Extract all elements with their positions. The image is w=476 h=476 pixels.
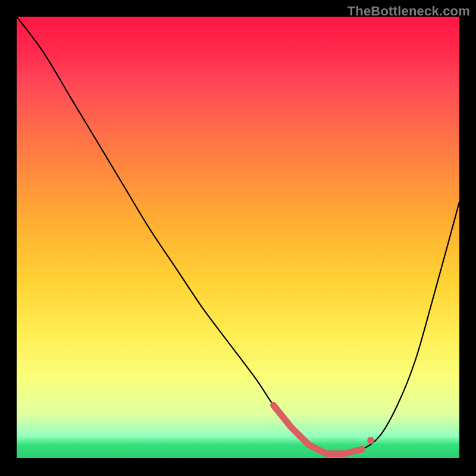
chart-frame: TheBottleneck.com [0, 0, 476, 476]
plot-area [17, 17, 459, 458]
bottleneck-curve [17, 17, 459, 455]
highlight-dot [367, 437, 374, 444]
highlight-band [274, 405, 362, 454]
curve-layer [17, 17, 459, 458]
